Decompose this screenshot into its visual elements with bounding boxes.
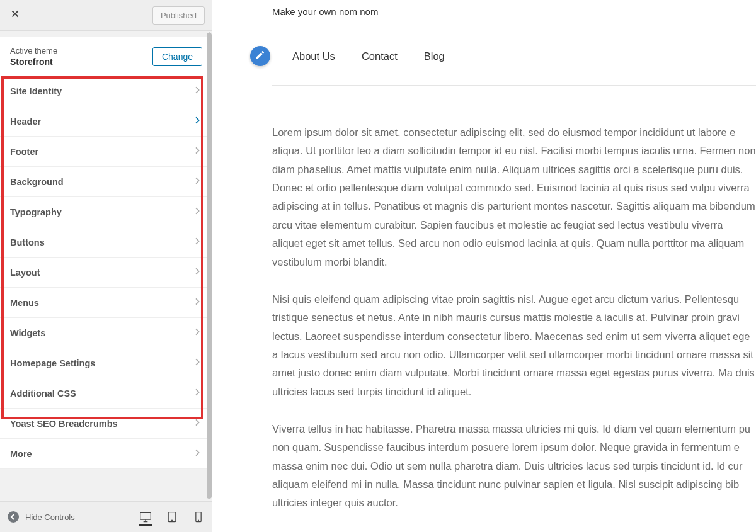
device-mobile-button[interactable] bbox=[192, 511, 205, 523]
panel-item-label: Header bbox=[10, 116, 41, 127]
chevron-right-icon bbox=[192, 357, 202, 369]
panel-item-buttons[interactable]: Buttons bbox=[0, 227, 212, 258]
panel-item-label: Footer bbox=[10, 147, 38, 157]
page-content: Lorem ipsum dolor sit amet, consectetur … bbox=[212, 86, 756, 512]
device-tablet-button[interactable] bbox=[166, 511, 178, 523]
chevron-right-icon bbox=[192, 145, 202, 157]
close-icon bbox=[9, 8, 21, 22]
nav-link-blog[interactable]: Blog bbox=[424, 50, 445, 62]
panel-item-label: More bbox=[10, 449, 32, 459]
chevron-right-icon bbox=[192, 266, 202, 278]
close-button[interactable] bbox=[0, 0, 30, 30]
panel-item-additional-css[interactable]: Additional CSS bbox=[0, 378, 212, 409]
content-paragraph: Nisi quis eleifend quam adipiscing vitae… bbox=[272, 290, 756, 401]
panel-list: Site IdentityHeaderFooterBackgroundTypog… bbox=[0, 76, 212, 501]
device-switcher bbox=[139, 511, 205, 523]
content-paragraph: Viverra tellus in hac habitasse. Pharetr… bbox=[272, 420, 756, 512]
customizer-sidebar: Published ▲ Active theme Storefront Chan… bbox=[0, 0, 212, 532]
primary-nav: About UsContactBlog bbox=[292, 50, 445, 62]
nav-link-contact[interactable]: Contact bbox=[362, 50, 398, 62]
chevron-right-icon bbox=[192, 206, 202, 218]
panel-item-label: Site Identity bbox=[10, 86, 62, 96]
collapse-icon bbox=[8, 511, 19, 523]
chevron-right-icon bbox=[192, 297, 202, 308]
hide-controls-button[interactable]: Hide Controls bbox=[8, 511, 75, 523]
panel-item-header[interactable]: Header bbox=[0, 106, 212, 137]
nav-row: About UsContactBlog bbox=[272, 46, 756, 86]
panel-item-layout[interactable]: Layout bbox=[0, 258, 212, 288]
chevron-right-icon bbox=[192, 387, 202, 399]
device-desktop-button[interactable] bbox=[139, 511, 152, 526]
edit-shortcut-button[interactable] bbox=[250, 46, 270, 66]
panel-item-label: Menus bbox=[10, 298, 39, 308]
preview-header: Make your own nom nom About UsContactBlo… bbox=[212, 6, 756, 86]
change-theme-button[interactable]: Change bbox=[152, 47, 202, 66]
panel-item-yoast-seo-breadcrumbs[interactable]: Yoast SEO Breadcrumbs bbox=[0, 409, 212, 439]
active-theme-row: Active theme Storefront Change bbox=[0, 37, 212, 76]
chevron-right-icon bbox=[192, 85, 202, 97]
pencil-icon bbox=[255, 50, 265, 62]
panel-item-widgets[interactable]: Widgets bbox=[0, 318, 212, 348]
chevron-right-icon bbox=[192, 327, 202, 339]
panel-item-label: Yoast SEO Breadcrumbs bbox=[10, 419, 118, 429]
panel-item-label: Additional CSS bbox=[10, 388, 76, 399]
svg-rect-0 bbox=[140, 512, 151, 519]
chevron-right-icon bbox=[192, 417, 202, 429]
site-tagline: Make your own nom nom bbox=[272, 6, 756, 17]
scrollbar-thumb[interactable] bbox=[207, 33, 212, 499]
panel-item-site-identity[interactable]: Site Identity bbox=[0, 76, 212, 106]
publish-status-button[interactable]: Published bbox=[152, 6, 205, 25]
sidebar-topbar: Published bbox=[0, 0, 212, 31]
panel-item-typography[interactable]: Typography bbox=[0, 197, 212, 227]
svg-point-2 bbox=[172, 520, 173, 521]
active-theme-name: Storefront bbox=[10, 57, 57, 67]
scrollbar-track[interactable] bbox=[206, 33, 212, 501]
svg-point-4 bbox=[198, 520, 199, 521]
sidebar-footer: Hide Controls bbox=[0, 501, 212, 532]
nav-link-about-us[interactable]: About Us bbox=[292, 50, 335, 62]
panel-item-more[interactable]: More bbox=[0, 439, 212, 469]
panel-item-menus[interactable]: Menus bbox=[0, 288, 212, 318]
panel-item-label: Buttons bbox=[10, 237, 45, 247]
chevron-right-icon bbox=[192, 448, 202, 460]
content-paragraph: Lorem ipsum dolor sit amet, consectetur … bbox=[272, 123, 756, 271]
panel-item-footer[interactable]: Footer bbox=[0, 137, 212, 167]
panel-item-label: Homepage Settings bbox=[10, 358, 95, 368]
panel-item-background[interactable]: Background bbox=[0, 167, 212, 197]
hide-controls-label: Hide Controls bbox=[25, 512, 75, 522]
panel-item-label: Widgets bbox=[10, 328, 45, 338]
site-preview: Make your own nom nom About UsContactBlo… bbox=[212, 0, 756, 532]
chevron-right-icon bbox=[192, 236, 202, 248]
chevron-right-icon bbox=[192, 115, 202, 127]
panel-item-label: Typography bbox=[10, 207, 62, 217]
panel-item-label: Layout bbox=[10, 268, 40, 278]
panel-item-label: Background bbox=[10, 177, 64, 187]
panel-item-homepage-settings[interactable]: Homepage Settings bbox=[0, 348, 212, 378]
active-theme-label: Active theme bbox=[10, 46, 57, 55]
chevron-right-icon bbox=[192, 176, 202, 188]
